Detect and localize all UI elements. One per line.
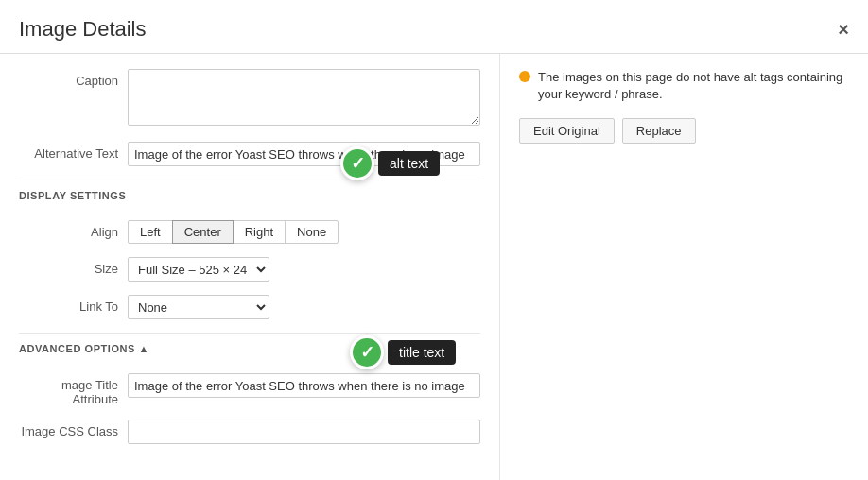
align-center-button[interactable]: Center — [172, 220, 234, 244]
seo-notice: The images on this page do not have alt … — [519, 69, 849, 103]
link-to-label: Link To — [19, 295, 128, 314]
alt-text-check-icon: ✓ — [340, 146, 374, 180]
link-to-select[interactable]: None — [128, 295, 269, 319]
alt-text-label: Alternative Text — [19, 142, 128, 161]
align-row: Align Left Center Right None — [19, 220, 480, 244]
alt-text-tooltip: ✓ alt text — [340, 146, 440, 180]
image-title-attr-label: mage Title Attribute — [19, 373, 128, 406]
caption-label: Caption — [19, 69, 128, 88]
size-wrap: Full Size – 525 × 24 — [128, 257, 480, 282]
caption-wrap — [128, 69, 480, 129]
image-css-class-label: Image CSS Class — [19, 420, 128, 438]
right-panel: The images on this page do not have alt … — [499, 54, 868, 480]
close-button[interactable]: × — [838, 20, 849, 39]
title-text-check-icon: ✓ — [350, 335, 384, 369]
align-right-button[interactable]: Right — [233, 220, 286, 244]
align-label: Align — [19, 220, 128, 239]
align-left-button[interactable]: Left — [128, 220, 173, 244]
image-title-attr-row: mage Title Attribute — [19, 373, 480, 406]
modal-body: Caption Alternative Text DISPLAY SETTING… — [0, 54, 868, 480]
size-select[interactable]: Full Size – 525 × 24 — [128, 257, 269, 282]
alt-text-badge-label: alt text — [378, 151, 440, 176]
edit-original-button[interactable]: Edit Original — [519, 118, 615, 144]
align-buttons: Left Center Right None — [128, 220, 480, 244]
link-to-row: Link To None — [19, 295, 480, 319]
display-settings-heading: DISPLAY SETTINGS — [19, 180, 480, 211]
title-text-badge-label: title text — [388, 340, 456, 365]
link-to-wrap: None — [128, 295, 480, 319]
seo-notice-text: The images on this page do not have alt … — [538, 69, 849, 103]
modal-title: Image Details — [19, 17, 147, 42]
size-row: Size Full Size – 525 × 24 — [19, 257, 480, 282]
action-buttons: Edit Original Replace — [519, 118, 849, 144]
image-css-class-wrap — [128, 420, 480, 444]
seo-dot-icon — [519, 71, 530, 82]
size-label: Size — [19, 257, 128, 276]
image-css-class-input[interactable] — [128, 420, 480, 444]
replace-button[interactable]: Replace — [622, 118, 696, 144]
left-panel: Caption Alternative Text DISPLAY SETTING… — [0, 54, 499, 480]
caption-row: Caption — [19, 69, 480, 129]
title-text-tooltip: ✓ title text — [350, 335, 456, 369]
caption-input[interactable] — [128, 69, 480, 126]
image-details-modal: Image Details × Caption Alternative Text… — [0, 0, 868, 480]
image-css-class-row: Image CSS Class — [19, 420, 480, 444]
modal-header: Image Details × — [0, 0, 868, 54]
align-wrap: Left Center Right None — [128, 220, 480, 244]
image-title-attr-wrap — [128, 373, 480, 398]
image-title-attr-input[interactable] — [128, 373, 480, 398]
align-none-button[interactable]: None — [285, 220, 339, 244]
